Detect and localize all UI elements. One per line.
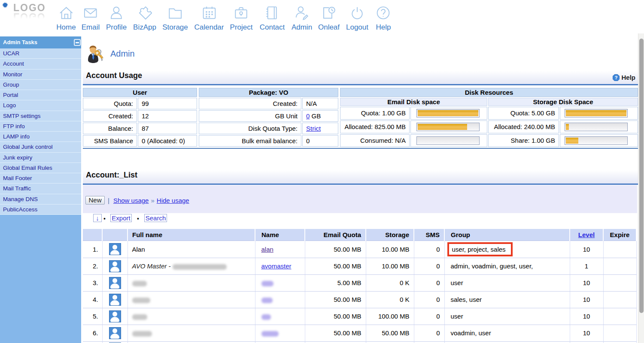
svg-text:?: ? bbox=[615, 75, 618, 80]
